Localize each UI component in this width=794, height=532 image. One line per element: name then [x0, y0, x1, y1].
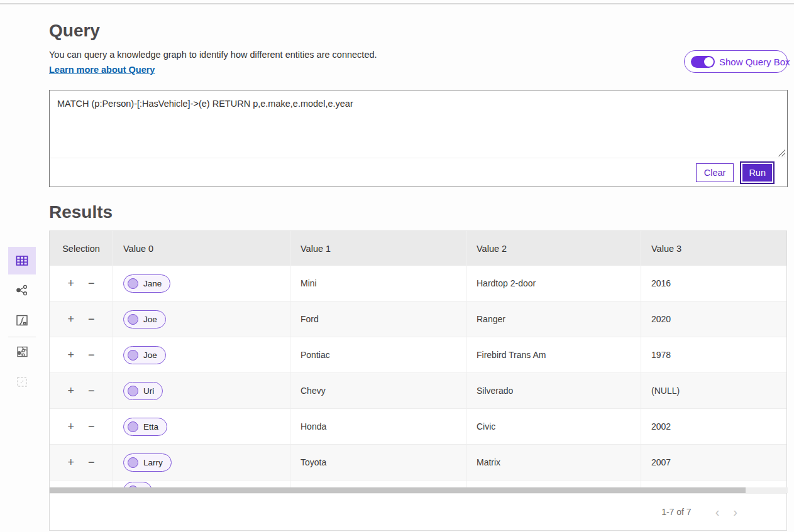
entity-dot-icon	[128, 386, 138, 396]
entity-chip[interactable]: Joe	[123, 346, 166, 364]
add-to-selection-button[interactable]: +	[66, 384, 75, 398]
page-description: You can query a knowledge graph to ident…	[49, 50, 377, 60]
entity-dot-icon	[128, 314, 138, 325]
remove-from-selection-button[interactable]: −	[87, 276, 96, 290]
remove-from-selection-button[interactable]: −	[87, 455, 96, 469]
value3-cell: 2016	[641, 266, 786, 301]
add-to-selection-button[interactable]: +	[66, 276, 75, 290]
table-body: + − Jane Mini Hardtop 2-door 2016 + − Jo…	[50, 266, 786, 487]
entity-chip[interactable]: Joe	[123, 310, 166, 328]
previous-page-button[interactable]: ‹	[712, 506, 724, 518]
toggle-label: Show Query Box	[719, 57, 790, 67]
entity-chip-label: Etta	[143, 422, 158, 432]
selection-cell: + −	[50, 480, 113, 487]
remove-from-selection-button[interactable]: −	[87, 348, 96, 362]
column-header-value0: Value 0	[113, 231, 290, 266]
table-row: + − Joe Pontiac Firebird Trans Am 1978	[50, 337, 786, 373]
entity-cell: Etta	[113, 409, 290, 444]
map-link-icon	[14, 344, 30, 359]
value1-cell: Ford	[290, 301, 466, 337]
table-row: + − Etta Honda Civic 2002	[50, 409, 786, 445]
entity-chip[interactable]: Jane	[123, 274, 170, 293]
value3-cell: (NULL)	[641, 373, 786, 408]
table-row: + −	[50, 480, 786, 487]
entity-dot-icon	[128, 457, 138, 468]
query-footer: Clear Run	[50, 158, 787, 187]
table-row: + − Jane Mini Hardtop 2-door 2016	[50, 266, 786, 301]
horizontal-scrollbar-thumb[interactable]	[50, 487, 746, 493]
page-title: Query	[49, 21, 100, 41]
add-to-selection-button[interactable]: +	[66, 420, 75, 433]
entity-cell: Larry	[113, 445, 290, 480]
column-header-selection: Selection	[50, 231, 113, 266]
value2-cell: Silverado	[466, 373, 641, 408]
entity-cell: Joe	[113, 301, 290, 337]
add-to-selection-button[interactable]: +	[66, 348, 75, 362]
entity-chip-label: Joe	[143, 350, 157, 360]
selection-cell: + −	[50, 409, 113, 444]
entity-chip-label: Jane	[143, 279, 162, 288]
table-icon	[14, 253, 30, 268]
sidebar-item-link-chart-view[interactable]	[8, 276, 36, 304]
entity-chip[interactable]: Etta	[123, 418, 167, 436]
link-chart-icon	[14, 283, 30, 298]
entity-chip[interactable]: Larry	[123, 453, 172, 472]
table-header-row: Selection Value 0 Value 1 Value 2 Value …	[50, 231, 786, 266]
top-divider	[0, 3, 794, 4]
entity-dot-icon	[128, 421, 138, 432]
dashed-square-icon	[14, 374, 30, 389]
remove-from-selection-button[interactable]: −	[87, 384, 96, 398]
entity-chip-label: Larry	[143, 458, 163, 467]
entity-cell	[113, 480, 290, 487]
table-footer: 1-7 of 7 ‹ ›	[50, 493, 786, 530]
map-icon	[14, 313, 30, 328]
value2-cell: Civic	[466, 409, 641, 444]
entity-cell: Uri	[113, 373, 290, 408]
query-box: MATCH (p:Person)-[:HasVehicle]->(e) RETU…	[49, 90, 788, 187]
clear-button[interactable]: Clear	[696, 163, 734, 182]
add-to-selection-button[interactable]: +	[66, 455, 75, 469]
value2-cell: Firebird Trans Am	[466, 337, 641, 372]
value3-cell: 1978	[641, 337, 786, 372]
entity-cell: Jane	[113, 266, 290, 301]
value1-cell: Pontiac	[290, 337, 466, 372]
horizontal-scrollbar[interactable]	[50, 487, 788, 493]
table-row: + − Larry Toyota Matrix 2007	[50, 445, 786, 480]
next-page-button[interactable]: ›	[729, 506, 741, 518]
column-header-value3: Value 3	[641, 231, 786, 266]
value2-cell: Hardtop 2-door	[466, 266, 641, 301]
show-query-box-toggle[interactable]: Show Query Box	[684, 50, 788, 73]
sidebar-item-table-view[interactable]	[8, 247, 36, 274]
learn-more-link[interactable]: Learn more about Query	[49, 65, 155, 75]
value2-cell: Matrix	[466, 445, 641, 480]
add-to-selection-button[interactable]: +	[66, 312, 75, 326]
entity-cell: Joe	[113, 337, 290, 372]
entity-dot-icon	[128, 350, 138, 361]
entity-chip-label: Joe	[143, 315, 157, 324]
sidebar-divider	[8, 337, 36, 337]
column-header-value2: Value 2	[466, 231, 641, 266]
entity-chip[interactable]: Uri	[123, 382, 163, 400]
value1-cell: Honda	[290, 409, 466, 444]
table-row: + − Uri Chevy Silverado (NULL)	[50, 373, 786, 409]
run-button[interactable]: Run	[741, 163, 773, 183]
pagination-range: 1-7 of 7	[661, 507, 691, 517]
value1-cell: Toyota	[290, 445, 466, 480]
results-table: Selection Value 0 Value 1 Value 2 Value …	[49, 231, 787, 531]
value3-cell: 2002	[641, 409, 786, 444]
sidebar-item-new-map-from-link-chart[interactable]	[8, 338, 36, 366]
toggle-switch-icon[interactable]	[691, 56, 715, 68]
query-input[interactable]: MATCH (p:Person)-[:HasVehicle]->(e) RETU…	[50, 90, 787, 158]
value1-cell: Mini	[290, 266, 466, 301]
value3-cell	[641, 480, 786, 487]
selection-cell: + −	[50, 373, 113, 408]
value1-cell: Chevy	[290, 373, 466, 408]
remove-from-selection-button[interactable]: −	[87, 420, 96, 433]
remove-from-selection-button[interactable]: −	[87, 312, 96, 326]
entity-chip[interactable]	[123, 482, 152, 487]
sidebar-item-map-view[interactable]	[8, 307, 36, 334]
table-row: + − Joe Ford Ranger 2020	[50, 301, 786, 337]
selection-cell: + −	[50, 266, 113, 301]
sidebar-item-selection-tool	[8, 368, 36, 396]
value3-cell: 2007	[641, 445, 786, 480]
